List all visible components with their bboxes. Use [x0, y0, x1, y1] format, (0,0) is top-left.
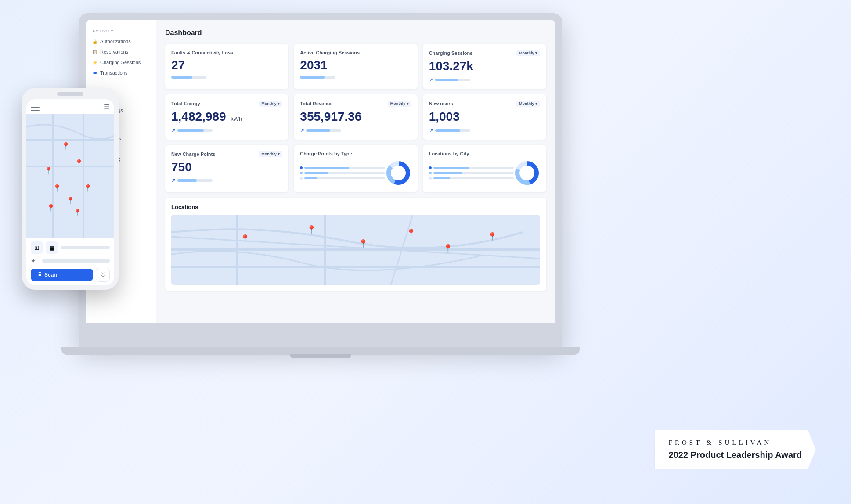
- phone-notch: [57, 92, 83, 96]
- new-charge-points-arrow: ↗: [171, 177, 176, 184]
- phone-header-right-icon[interactable]: ☰: [104, 103, 110, 111]
- card-locations-city-title: Locations by City: [429, 151, 540, 156]
- legend-item-type-a: [300, 166, 385, 169]
- total-revenue-arrow: ↗: [300, 127, 304, 133]
- legend-bar-type-a: [304, 167, 385, 169]
- card-new-charge-points-value: 750: [171, 161, 282, 174]
- total-energy-arrow: ↗: [171, 127, 176, 133]
- charging-sessions-arrow: ↗: [429, 77, 433, 83]
- activity-section-label: ACTIVITY: [86, 27, 156, 36]
- locations-title: Locations: [171, 204, 540, 210]
- total-revenue-trend-fill: [306, 129, 330, 132]
- new-users-trend-fill: [435, 129, 461, 132]
- charge-points-donut-container: [300, 160, 411, 186]
- legend-bar-city-b: [433, 172, 514, 174]
- phone-nav-bar: [42, 259, 110, 263]
- total-revenue-dropdown[interactable]: Monthly ▾: [388, 101, 411, 107]
- sidebar-item-charging-sessions[interactable]: ⚡ Charging Sessions: [86, 57, 156, 68]
- map-pin-6: 📍: [487, 232, 498, 241]
- scan-button[interactable]: ⠿ Scan: [31, 269, 93, 281]
- svg-text:📍: 📍: [61, 142, 70, 150]
- phone-bottom: ⊞ ▦ ✦ ⠿ Scan ♡: [26, 238, 114, 285]
- total-revenue-trend-bar: [306, 129, 341, 132]
- card-charge-points-type-title: Charge Points by Type: [300, 151, 411, 156]
- svg-text:📍: 📍: [73, 209, 82, 217]
- active-sessions-trend-bar: [300, 76, 335, 79]
- card-total-energy: Total Energy Monthly ▾ 1,482,989 kWh ↗: [165, 94, 288, 140]
- scan-button-label: Scan: [44, 272, 57, 278]
- navigation-icon[interactable]: ✦: [31, 256, 40, 265]
- card-new-users-trend: ↗: [429, 127, 540, 133]
- phone: ☰ 📍 📍 📍 📍 📍 📍 📍: [22, 88, 119, 290]
- locations-section: Locations: [165, 198, 546, 291]
- new-charge-points-dropdown[interactable]: Monthly ▾: [259, 151, 282, 157]
- sidebar-item-reservations-label: Reservations: [100, 49, 128, 54]
- dashboard-title: Dashboard: [165, 29, 546, 37]
- qr-icon[interactable]: ⊞: [31, 241, 43, 254]
- phone-screen: ☰ 📍 📍 📍 📍 📍 📍 📍: [26, 99, 114, 285]
- new-charge-points-trend-bar: [177, 179, 213, 182]
- sidebar-item-authorizations[interactable]: 🔒 Authorizations: [86, 36, 156, 47]
- legend-dot-city-b: [429, 172, 432, 174]
- card-total-energy-title: Total Energy Monthly ▾: [171, 101, 282, 107]
- card-total-energy-trend: ↗: [171, 127, 282, 133]
- phone-nav-controls: ✦: [31, 256, 110, 265]
- charging-sessions-dropdown[interactable]: Monthly ▾: [516, 50, 540, 56]
- map-pin-2: 📍: [307, 225, 317, 234]
- sidebar-item-transactions[interactable]: ⇄ Transactions: [86, 68, 156, 78]
- faults-trend-fill: [171, 76, 192, 79]
- charging-sessions-trend-bar: [435, 79, 470, 81]
- map-pin-4: 📍: [406, 228, 416, 238]
- scene: ACTIVITY 🔒 Authorizations 📋 Reservations…: [0, 0, 851, 504]
- legend-dot-type-c: [300, 177, 303, 180]
- card-total-revenue-trend: ↗: [300, 127, 411, 133]
- card-new-charge-points-title: New Charge Points Monthly ▾: [171, 151, 282, 157]
- svg-text:📍: 📍: [47, 204, 55, 212]
- card-charging-sessions-title: Charging Sessions Monthly ▾: [429, 50, 540, 56]
- legend-bar-city-c: [433, 177, 514, 179]
- legend-bar-type-b: [304, 172, 385, 174]
- phone-map: 📍 📍 📍 📍 📍 📍 📍 📍: [26, 114, 114, 238]
- new-users-arrow: ↗: [429, 127, 433, 133]
- charge-points-donut-chart: [385, 160, 411, 186]
- sidebar-item-transactions-label: Transactions: [100, 70, 128, 76]
- locations-city-legend: [429, 166, 514, 180]
- main-content: Dashboard Faults & Connectivity Loss 27: [156, 20, 555, 323]
- legend-item-type-b: [300, 172, 385, 174]
- map-svg: 📍 📍 📍 📍 📍 📍: [171, 215, 540, 285]
- svg-text:📍: 📍: [66, 196, 75, 205]
- legend-item-city-a: [429, 166, 514, 169]
- award-badge: FROST & SULLIVAN 2022 Product Leadership…: [655, 430, 816, 469]
- award-brand: FROST & SULLIVAN: [669, 439, 802, 446]
- cards-row-1: Faults & Connectivity Loss 27 Active Cha…: [165, 44, 546, 89]
- transactions-icon: ⇄: [92, 70, 97, 76]
- charging-sessions-trend-fill: [435, 79, 458, 81]
- new-users-dropdown[interactable]: Monthly ▾: [516, 101, 540, 107]
- card-new-users-value: 1,003: [429, 110, 540, 124]
- list-icon[interactable]: ▦: [46, 241, 58, 254]
- card-charging-sessions-trend: ↗: [429, 77, 540, 83]
- phone-scan-row: ⠿ Scan ♡: [31, 268, 110, 282]
- charging-icon: ⚡: [92, 60, 97, 65]
- new-users-trend-bar: [435, 129, 470, 132]
- phone-map-svg: 📍 📍 📍 📍 📍 📍 📍 📍: [26, 114, 114, 238]
- cards-row-2: Total Energy Monthly ▾ 1,482,989 kWh ↗: [165, 94, 546, 140]
- card-total-revenue: Total Revenue Monthly ▾ 355,917.36 ↗: [294, 94, 417, 140]
- sidebar-item-reservations[interactable]: 📋 Reservations: [86, 47, 156, 57]
- map-pin-1: 📍: [240, 234, 250, 243]
- charge-points-legend: [300, 166, 385, 180]
- locations-city-donut-container: [429, 160, 540, 186]
- svg-text:📍: 📍: [44, 166, 53, 175]
- total-energy-dropdown[interactable]: Monthly ▾: [259, 101, 282, 107]
- laptop-base: [61, 347, 580, 355]
- card-charging-sessions: Charging Sessions Monthly ▾ 103.27k ↗: [423, 44, 546, 89]
- svg-rect-15: [26, 114, 114, 238]
- legend-item-type-c: [300, 177, 385, 180]
- card-faults-value: 27: [171, 59, 282, 72]
- heart-button[interactable]: ♡: [96, 268, 110, 282]
- card-active-sessions: Active Charging Sessions 2031: [294, 44, 417, 89]
- legend-bar-type-c: [304, 177, 385, 179]
- card-faults-trend: [171, 76, 282, 79]
- lock-icon: 🔒: [92, 39, 97, 44]
- hamburger-icon[interactable]: [31, 104, 40, 111]
